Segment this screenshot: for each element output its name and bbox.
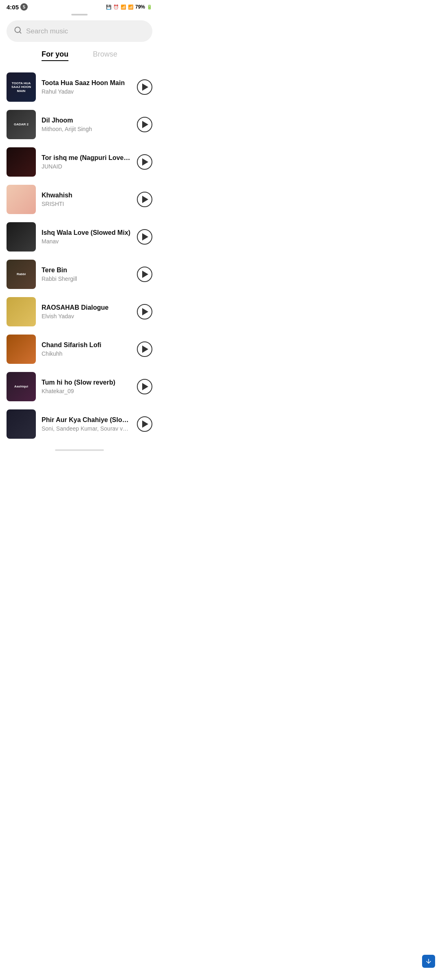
play-button[interactable] xyxy=(137,416,152,432)
list-item: Phir Aur Kya Chahiye (Slow+Reverb) Soni,… xyxy=(0,405,159,443)
song-info: Tor ishq me (Nagpuri Love) (Slowed... JU… xyxy=(42,154,131,170)
song-artist: Rabbi Shergill xyxy=(42,276,131,282)
song-artist: Rahul Yadav xyxy=(42,88,131,95)
song-thumbnail: Rabbi xyxy=(7,260,36,289)
song-thumbnail xyxy=(7,147,36,177)
sd-card-icon: 💾 xyxy=(106,4,112,10)
song-artist: Manav xyxy=(42,238,131,245)
status-bar: 4:05 5 💾 ⏰ 📶 📶 79% 🔋 xyxy=(0,0,159,12)
list-item: Chand Sifarish Lofi Chikuhh xyxy=(0,330,159,368)
tab-for-you[interactable]: For you xyxy=(42,50,68,61)
song-artist: Chikuhh xyxy=(42,350,131,357)
play-button[interactable] xyxy=(137,267,152,282)
song-info: Toota Hua Saaz Hoon Main Rahul Yadav xyxy=(42,79,131,95)
song-thumbnail xyxy=(7,335,36,364)
play-button[interactable] xyxy=(137,154,152,170)
song-artist: Elvish Yadav xyxy=(42,313,131,319)
battery-icon: 🔋 xyxy=(147,4,152,10)
play-button[interactable] xyxy=(137,304,152,319)
song-info: Phir Aur Kya Chahiye (Slow+Reverb) Soni,… xyxy=(42,416,131,432)
song-info: Tum hi ho (Slow reverb) Khatekar_09 xyxy=(42,379,131,394)
song-artist: Soni, Sandeep Kumar, Sourav verma xyxy=(42,425,131,432)
play-icon xyxy=(142,83,148,91)
play-icon xyxy=(142,420,148,428)
song-title: Tor ishq me (Nagpuri Love) (Slowed... xyxy=(42,154,131,162)
song-info: Khwahish SRISHTI xyxy=(42,192,131,207)
song-thumbnail xyxy=(7,297,36,326)
play-icon xyxy=(142,308,148,315)
song-title: RAOSAHAB Dialogue xyxy=(42,304,131,311)
play-button[interactable] xyxy=(137,79,152,95)
song-artist: Mithoon, Arijit Singh xyxy=(42,126,131,132)
svg-line-1 xyxy=(20,32,21,33)
list-item: Ishq Wala Love (Slowed Mix) Manav xyxy=(0,218,159,256)
status-left: 4:05 5 xyxy=(7,3,28,11)
list-item: Tor ishq me (Nagpuri Love) (Slowed... JU… xyxy=(0,143,159,181)
play-icon xyxy=(142,271,148,278)
song-info: Dil Jhoom Mithoon, Arijit Singh xyxy=(42,117,131,132)
song-info: Chand Sifarish Lofi Chikuhh xyxy=(42,341,131,357)
song-thumbnail: GADAR 2 xyxy=(7,110,36,139)
play-button[interactable] xyxy=(137,229,152,245)
notification-badge: 5 xyxy=(20,3,28,11)
song-thumbnail: Aashiqui xyxy=(7,372,36,401)
song-info: RAOSAHAB Dialogue Elvish Yadav xyxy=(42,304,131,319)
tabs-row: For you Browse xyxy=(0,50,159,61)
song-thumbnail xyxy=(7,222,36,252)
song-title: Chand Sifarish Lofi xyxy=(42,341,131,349)
search-bar[interactable]: Search music xyxy=(7,20,152,42)
status-right: 💾 ⏰ 📶 📶 79% 🔋 xyxy=(106,4,152,10)
song-thumbnail xyxy=(7,409,36,439)
search-icon xyxy=(14,26,22,36)
alarm-icon: ⏰ xyxy=(113,4,119,10)
drag-handle xyxy=(71,14,88,15)
wifi-icon: 📶 xyxy=(121,4,126,10)
signal-icon: 📶 xyxy=(128,4,134,10)
tab-browse[interactable]: Browse xyxy=(93,50,117,61)
play-button[interactable] xyxy=(137,117,152,132)
play-button[interactable] xyxy=(137,192,152,207)
song-list: TOOTA HUA SAAZ HOON MAIN Toota Hua Saaz … xyxy=(0,68,159,443)
song-title: Tum hi ho (Slow reverb) xyxy=(42,379,131,386)
play-icon xyxy=(142,196,148,203)
search-placeholder[interactable]: Search music xyxy=(26,27,68,35)
song-title: Dil Jhoom xyxy=(42,117,131,124)
play-button[interactable] xyxy=(137,341,152,357)
play-icon xyxy=(142,383,148,390)
battery-level: 79% xyxy=(135,4,145,10)
song-info: Ishq Wala Love (Slowed Mix) Manav xyxy=(42,229,131,245)
song-title: Khwahish xyxy=(42,192,131,199)
play-icon xyxy=(142,121,148,128)
list-item: Aashiqui Tum hi ho (Slow reverb) Khateka… xyxy=(0,368,159,405)
song-title: Toota Hua Saaz Hoon Main xyxy=(42,79,131,87)
list-item: TOOTA HUA SAAZ HOON MAIN Toota Hua Saaz … xyxy=(0,68,159,106)
song-info: Tere Bin Rabbi Shergill xyxy=(42,267,131,282)
list-item: Rabbi Tere Bin Rabbi Shergill xyxy=(0,256,159,293)
song-thumbnail xyxy=(7,185,36,214)
list-item: RAOSAHAB Dialogue Elvish Yadav xyxy=(0,293,159,330)
list-item: Khwahish SRISHTI xyxy=(0,181,159,218)
song-title: Phir Aur Kya Chahiye (Slow+Reverb) xyxy=(42,416,131,424)
play-button[interactable] xyxy=(137,379,152,394)
play-icon xyxy=(142,158,148,166)
bottom-nav-bar xyxy=(55,449,104,451)
song-artist: SRISHTI xyxy=(42,201,131,207)
status-time: 4:05 xyxy=(7,4,19,11)
song-artist: JUNAID xyxy=(42,163,131,170)
song-title: Tere Bin xyxy=(42,267,131,274)
list-item: GADAR 2 Dil Jhoom Mithoon, Arijit Singh xyxy=(0,106,159,143)
song-thumbnail: TOOTA HUA SAAZ HOON MAIN xyxy=(7,72,36,102)
play-icon xyxy=(142,233,148,241)
play-icon xyxy=(142,346,148,353)
song-artist: Khatekar_09 xyxy=(42,388,131,394)
song-title: Ishq Wala Love (Slowed Mix) xyxy=(42,229,131,236)
